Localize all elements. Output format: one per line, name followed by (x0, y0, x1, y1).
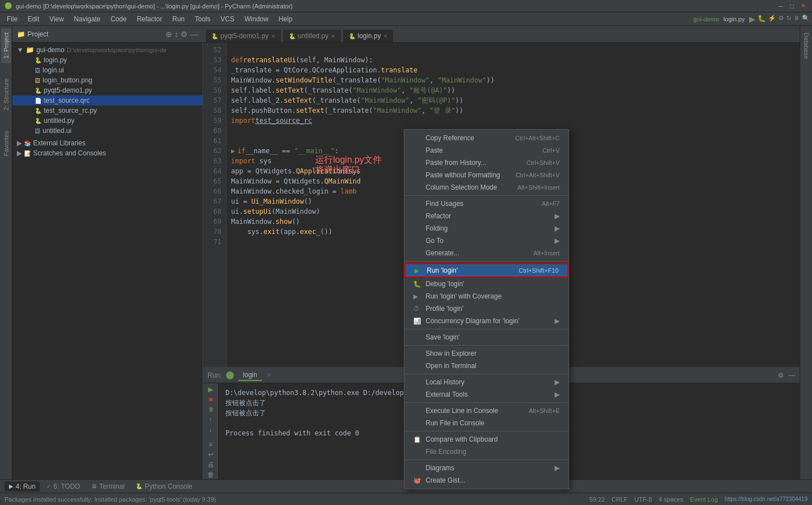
ctx-run-file-console[interactable]: Run File in Console (404, 417, 569, 429)
coverage-icon: ▶ (413, 293, 422, 300)
tab-login[interactable]: 🐍 login.py ✕ (343, 29, 394, 42)
run-scroll-to-end[interactable]: ≡ (205, 440, 216, 448)
run-tab-icon: ▶ (9, 483, 13, 489)
right-sidebar: Database (800, 26, 812, 479)
sidebar-tab-project[interactable]: 1: Project (1, 28, 11, 63)
tab-close-icon[interactable]: ✕ (383, 33, 387, 39)
run-step-up[interactable]: ↑ (205, 416, 216, 424)
ctx-local-history[interactable]: Local History ▶ (404, 376, 569, 388)
ctx-debug-login[interactable]: 🐛 Debug 'login' (404, 278, 569, 290)
csdn-link[interactable]: https://blog.csdn.net/a772304419 (725, 496, 808, 502)
project-settings-icon[interactable]: ⚙ (181, 30, 188, 39)
ctx-column-mode[interactable]: Column Selection Mode Alt+Shift+Insert (404, 181, 569, 194)
ctx-concurrency[interactable]: 📊 Concurrency Diagram for 'login' ▶ (404, 315, 569, 327)
ctx-create-gist[interactable]: 🐙 Create Gist... (404, 474, 569, 486)
sidebar-tab-favorites[interactable]: Favorites (1, 126, 11, 160)
bottom-tab-terminal[interactable]: 🖥 Terminal (87, 481, 129, 492)
maximize-button[interactable]: □ (787, 2, 796, 11)
ctx-diagrams[interactable]: Diagrams ▶ (404, 462, 569, 474)
menu-view[interactable]: View (45, 14, 68, 24)
sync-button[interactable]: ↻ (786, 15, 791, 24)
profile-icon: ⏱ (413, 305, 422, 312)
tab-close-icon[interactable]: ✕ (271, 33, 275, 39)
ctx-generate[interactable]: Generate... Alt+Insert (404, 247, 569, 259)
run-start-button[interactable]: ▶ (205, 385, 216, 393)
code-line-52 (231, 45, 795, 55)
status-position: 59:22 (589, 496, 605, 503)
run-print[interactable]: 🖨 (205, 461, 216, 469)
bottom-tab-todo[interactable]: ✓ 6: TODO (42, 481, 85, 492)
ctx-run-coverage[interactable]: ▶ Run 'login' with Coverage (404, 290, 569, 302)
close-button[interactable]: ✕ (799, 2, 808, 11)
tab-untitled[interactable]: 🐍 untitled.py ✕ (283, 29, 342, 42)
ctx-external-tools[interactable]: External Tools ▶ (404, 388, 569, 401)
tree-item-pyqt5-demo1[interactable]: 🐍 pyqt5-demo1.py (12, 85, 202, 95)
settings-gear[interactable]: ⚙ (778, 15, 784, 24)
menubar: File Edit View Navigate Code Refactor Ru… (0, 12, 812, 26)
ctx-paste-no-format[interactable]: Paste without Formatting Ctrl+Alt+Shift+… (404, 169, 569, 181)
menu-help[interactable]: Help (274, 14, 297, 24)
ctx-profile[interactable]: ⏱ Profile 'login' (404, 302, 569, 315)
menu-edit[interactable]: Edit (23, 14, 44, 24)
ctx-folding[interactable]: Folding ▶ (404, 222, 569, 235)
ctx-run-login[interactable]: ▶ Run 'login' Ctrl+Shift+F10 (404, 263, 569, 278)
right-tab-database[interactable]: Database (801, 28, 811, 63)
search-everywhere[interactable]: 🔍 (802, 15, 810, 24)
ctx-open-terminal[interactable]: Open in Terminal (404, 360, 569, 372)
tree-item-untitled-py[interactable]: 🐍 untitled.py (12, 116, 202, 126)
pause-button[interactable]: ⏸ (793, 15, 800, 24)
header-tab-label: gui-demo (693, 16, 719, 22)
menu-navigate[interactable]: Navigate (70, 14, 105, 24)
run-debug-button[interactable]: 🐛 (758, 15, 766, 24)
tree-item-test-source-rc[interactable]: 🐍 test_source_rc.py (12, 105, 202, 116)
menu-window[interactable]: Window (240, 14, 273, 24)
menu-refactor[interactable]: Refactor (132, 14, 167, 24)
ctx-paste[interactable]: Paste Ctrl+V (404, 144, 569, 157)
ctx-find-usages[interactable]: Find Usages Alt+F7 (404, 198, 569, 210)
event-log[interactable]: Event Log (690, 496, 718, 503)
ctx-execute-line[interactable]: Execute Line in Console Alt+Shift+E (404, 405, 569, 417)
ctx-compare-clipboard[interactable]: 📋 Compare with Clipboard (404, 433, 569, 446)
menu-tools[interactable]: Tools (190, 14, 215, 24)
run-minimize-icon[interactable]: — (788, 371, 795, 379)
tree-item-login-py[interactable]: 🐍 login.py (12, 55, 202, 65)
run-tab-close[interactable]: ✕ (266, 372, 271, 378)
ctx-copy-reference[interactable]: Copy Reference Ctrl+Alt+Shift+C (404, 132, 569, 144)
run-word-wrap[interactable]: ↩ (205, 451, 216, 458)
bottom-tab-run[interactable]: ▶ 4: Run (4, 481, 40, 492)
tree-item-test-source-qrc[interactable]: 📄 test_source.qrc (12, 95, 202, 105)
run-with-coverage[interactable]: ⚡ (768, 15, 776, 24)
ctx-paste-history[interactable]: Paste from History... Ctrl+Shift+V (404, 157, 569, 169)
ctx-show-explorer[interactable]: Show in Explorer (404, 347, 569, 360)
tree-item-login-ui[interactable]: 🖼 login.ui (12, 65, 202, 75)
ctx-refactor[interactable]: Refactor ▶ (404, 210, 569, 222)
project-sort-icon[interactable]: ↕ (174, 30, 178, 39)
tab-pyqt5-demo1[interactable]: 🐍 pyqt5-demo1.py ✕ (205, 29, 282, 42)
tree-root-item[interactable]: ▼ 📁 gui-demo D:\develop\workspace\python… (12, 45, 202, 55)
run-settings-icon[interactable]: ⚙ (778, 371, 784, 379)
project-panel-header: 📁 Project ⊕ ↕ ⚙ — (12, 26, 202, 43)
sidebar-tab-structure[interactable]: 2: Structure (1, 74, 11, 115)
bottom-tab-python-console[interactable]: 🐍 Python Console (131, 481, 197, 492)
ctx-save-login[interactable]: Save 'login' (404, 331, 569, 343)
menu-run[interactable]: Run (168, 14, 189, 24)
tree-item-scratches[interactable]: ▶ 📝 Scratches and Consoles (12, 148, 202, 158)
run-step-down[interactable]: ↓ (205, 426, 216, 434)
project-collapse-icon[interactable]: — (190, 30, 198, 39)
menu-file[interactable]: File (2, 14, 22, 24)
tab-close-icon[interactable]: ✕ (331, 33, 335, 39)
ctx-goto[interactable]: Go To ▶ (404, 235, 569, 247)
tree-item-external-libraries[interactable]: ▶ 📚 External Libraries (12, 138, 202, 148)
minimize-button[interactable]: ─ (776, 2, 785, 11)
run-tab-login[interactable]: login (238, 370, 261, 381)
menu-vcs[interactable]: VCS (216, 14, 239, 24)
tree-item-login-button-png[interactable]: 🖼 login_button.png (12, 75, 202, 85)
run-stop-button[interactable]: ■ (205, 396, 216, 403)
run-button[interactable]: ▶ (749, 15, 755, 24)
run-clear[interactable]: 🗑 (205, 471, 216, 479)
tree-item-untitled-ui[interactable]: 🖼 untitled.ui (12, 126, 202, 136)
menu-code[interactable]: Code (106, 14, 131, 24)
project-add-icon[interactable]: ⊕ (165, 30, 172, 39)
run-pause-button[interactable]: ⏸ (205, 406, 216, 414)
code-line-58: self.pushButton.setText(_translate("Main… (231, 105, 795, 116)
